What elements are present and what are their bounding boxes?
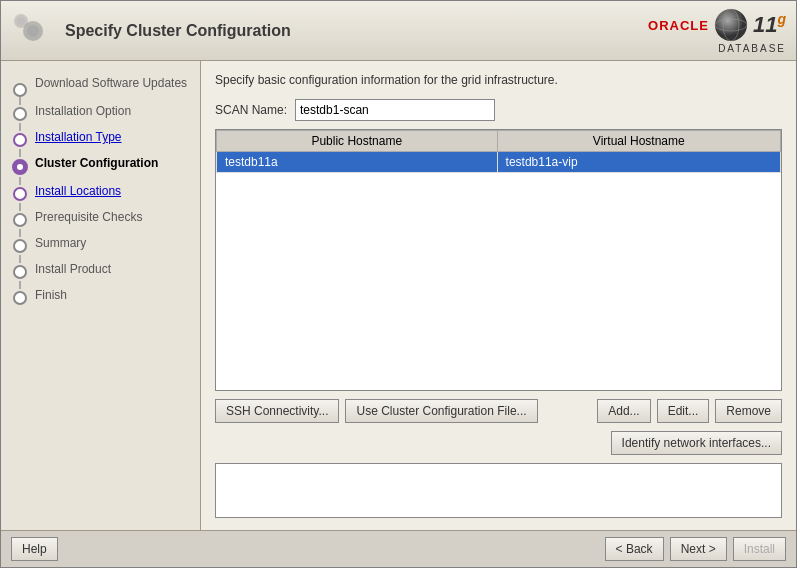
oracle-logo: ORACLE 11g DATABASE bbox=[648, 7, 786, 54]
scan-label: SCAN Name: bbox=[215, 103, 287, 117]
svg-point-1 bbox=[27, 25, 39, 37]
install-button[interactable]: Install bbox=[733, 537, 786, 561]
gear-icon bbox=[11, 11, 55, 51]
col-public-hostname: Public Hostname bbox=[217, 131, 498, 152]
sidebar-item-install-locations[interactable]: Install Locations bbox=[31, 181, 125, 201]
sidebar-item-summary[interactable]: Summary bbox=[31, 233, 90, 253]
sidebar-item-prereq[interactable]: Prerequisite Checks bbox=[31, 207, 146, 227]
bottom-bar: Help < Back Next > Install bbox=[1, 530, 796, 567]
col-virtual-hostname: Virtual Hostname bbox=[497, 131, 780, 152]
public-hostname-cell: testdb11a bbox=[217, 152, 498, 173]
sidebar-item-cluster-config[interactable]: Cluster Configuration bbox=[31, 153, 162, 173]
window-title: Specify Cluster Configuration bbox=[65, 22, 291, 40]
oracle-version: 11g bbox=[753, 11, 786, 38]
description-text: Specify basic configuration information … bbox=[215, 73, 782, 87]
table-row[interactable]: testdb11a testdb11a-vip bbox=[217, 152, 781, 173]
sidebar: Download Software Updates Installation O… bbox=[1, 61, 201, 530]
add-button[interactable]: Add... bbox=[597, 399, 650, 423]
sidebar-item-installation-type[interactable]: Installation Type bbox=[31, 127, 126, 147]
cluster-table-container: Public Hostname Virtual Hostname testdb1… bbox=[215, 129, 782, 391]
next-button[interactable]: Next > bbox=[670, 537, 727, 561]
scan-name-input[interactable] bbox=[295, 99, 495, 121]
ssh-connectivity-button[interactable]: SSH Connectivity... bbox=[215, 399, 339, 423]
main-content: Specify basic configuration information … bbox=[201, 61, 796, 530]
remove-button[interactable]: Remove bbox=[715, 399, 782, 423]
help-button[interactable]: Help bbox=[11, 537, 58, 561]
sidebar-item-download[interactable]: Download Software Updates bbox=[31, 73, 191, 93]
oracle-text: ORACLE bbox=[648, 18, 709, 33]
info-box bbox=[215, 463, 782, 518]
svg-point-3 bbox=[17, 17, 25, 25]
oracle-sphere-icon bbox=[713, 7, 749, 43]
oracle-database-label: DATABASE bbox=[648, 43, 786, 54]
identify-network-interfaces-button[interactable]: Identify network interfaces... bbox=[611, 431, 782, 455]
sidebar-item-install-product[interactable]: Install Product bbox=[31, 259, 115, 279]
use-cluster-config-button[interactable]: Use Cluster Configuration File... bbox=[345, 399, 537, 423]
back-button[interactable]: < Back bbox=[605, 537, 664, 561]
sidebar-item-installation-option[interactable]: Installation Option bbox=[31, 101, 135, 121]
virtual-hostname-cell: testdb11a-vip bbox=[497, 152, 780, 173]
sidebar-item-finish[interactable]: Finish bbox=[31, 285, 71, 305]
cluster-table: Public Hostname Virtual Hostname testdb1… bbox=[216, 130, 781, 173]
svg-point-4 bbox=[715, 9, 747, 41]
edit-button[interactable]: Edit... bbox=[657, 399, 710, 423]
